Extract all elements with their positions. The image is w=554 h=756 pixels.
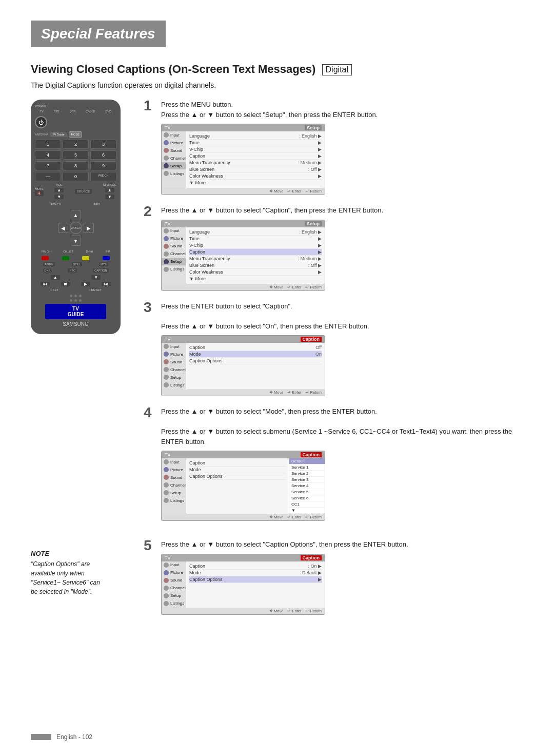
si-channel-4: Channel [162, 481, 186, 489]
set-label: ○ SET [50, 288, 58, 292]
mts-button[interactable]: MTS [99, 262, 108, 266]
dpad-right[interactable]: ▶ [84, 223, 94, 233]
footer-return-3: ↩ Return [305, 390, 322, 395]
si-picture-1: Picture [162, 139, 186, 147]
antenna-row: ANTENNA TV Guide MODE [35, 131, 116, 138]
si-listings-icon-1 [164, 171, 169, 176]
tv-guide-button[interactable]: TV Guide [50, 132, 66, 137]
step-1-screen: TV Setup Input Picture Sound Channel Set… [161, 124, 325, 195]
down-btn2[interactable]: ▼ [91, 275, 101, 280]
play-button[interactable]: ▶ [81, 282, 90, 286]
row-mode-3: Mode On [189, 351, 322, 358]
favch-button2[interactable]: FAV.CH [39, 249, 52, 254]
dpad-down[interactable]: ▼ [71, 236, 81, 246]
section-title-text: Viewing Closed Captions (On-Screen Text … [31, 63, 315, 75]
dots-row [35, 295, 116, 297]
yellow-button[interactable] [82, 256, 89, 260]
btn-5[interactable]: 5 [63, 150, 89, 160]
si-picture-icon-3 [164, 352, 169, 357]
btn-2[interactable]: 2 [63, 140, 89, 149]
power-button[interactable]: ⏻ [35, 116, 47, 128]
si-input-1: Input [162, 131, 186, 139]
source-button[interactable]: SOURCE [75, 189, 92, 194]
step-4-text: Press the ▲ or ▼ button to select "Mode"… [161, 406, 523, 447]
btn-3[interactable]: 3 [90, 140, 116, 149]
si-listings-2: Listings [162, 266, 186, 274]
row-caption-4: Caption [189, 460, 286, 467]
dpad-up[interactable]: ▲ [71, 210, 81, 220]
btn-8[interactable]: 8 [63, 161, 89, 170]
si-input-icon-4 [164, 459, 169, 464]
step-1-tv-body: Input Picture Sound Channel Setup Listin… [162, 131, 325, 188]
si-setup-4: Setup [162, 489, 186, 497]
vol-up-button[interactable]: ▲ [54, 188, 64, 192]
si-channel-icon-4 [164, 482, 169, 488]
tv-stb-row: TV STB VCR CABLE DVD [35, 110, 116, 113]
antenna-label: ANTENNA [35, 133, 48, 136]
row-captionopt-4: Caption Options [189, 473, 286, 480]
vol-down-button[interactable]: ▼ [54, 195, 64, 199]
enter-button[interactable]: ENTER [70, 222, 82, 234]
fav-button[interactable]: FAV.CH [49, 202, 63, 207]
note-title: NOTE [31, 550, 103, 557]
psize-button[interactable]: P.SIZE [43, 262, 55, 266]
dnr-button[interactable]: DNR [43, 268, 52, 273]
dots-row-2 [35, 299, 116, 302]
btn-prech[interactable]: PRE-CH [90, 172, 116, 181]
cable-label: CABLE [86, 110, 95, 113]
footer-move-5: ❖ Move [269, 609, 283, 613]
dropdown-service3: Service 3 [289, 477, 325, 483]
rec-button[interactable]: REC [68, 268, 77, 273]
btn-1[interactable]: 1 [35, 140, 61, 149]
power-row: ⏻ [35, 116, 116, 128]
si-input-icon-5 [164, 563, 169, 568]
pip-button[interactable]: PIP [104, 249, 112, 254]
info-button[interactable]: INFO [91, 202, 102, 207]
caption-button[interactable]: CAPTION [93, 268, 108, 273]
btn-9[interactable]: 9 [90, 161, 116, 170]
btn-dash[interactable]: — [35, 172, 61, 181]
btn-7[interactable]: 7 [35, 161, 61, 170]
step-5-menu-label: Caption [301, 555, 322, 560]
row-time-2: Time ▶ [189, 236, 322, 242]
ch-up-button[interactable]: ▲ [105, 188, 114, 192]
chlist-button[interactable]: CH.LIST [61, 249, 75, 254]
si-channel-3: Channel [162, 366, 186, 374]
ffwd-button[interactable]: ⏭ [102, 282, 111, 286]
step-2: 2 Press the ▲ or ▼ button to select "Cap… [144, 205, 523, 293]
si-picture-4: Picture [162, 466, 186, 474]
si-sound-1: Sound [162, 147, 186, 154]
dropdown-service6: Service 6 [289, 495, 325, 501]
dnet-button[interactable]: D-Net [84, 249, 95, 254]
mode-button[interactable]: MODE [69, 131, 83, 138]
step-3-sidebar: Input Picture Sound Channel Setup Listin… [162, 343, 186, 389]
footer-enter-5: ↵ Enter [287, 609, 301, 613]
mute-button[interactable]: 🔇 [35, 190, 44, 196]
rewind-button[interactable]: ⏮ [41, 282, 50, 286]
stb-label: STB [54, 110, 60, 113]
stop-button[interactable]: ⏹ [61, 282, 70, 286]
red-button[interactable] [42, 256, 49, 260]
si-sound-4: Sound [162, 474, 186, 481]
btn-6[interactable]: 6 [90, 150, 116, 160]
btn-4[interactable]: 4 [35, 150, 61, 160]
blue-button[interactable] [103, 256, 110, 260]
step-3-tv-body: Input Picture Sound Channel Setup Listin… [162, 343, 325, 389]
footer-return-4: ↩ Return [305, 515, 322, 519]
still-button[interactable]: STILL [72, 262, 83, 266]
si-input-2: Input [162, 227, 186, 235]
row-more-1: ▼ More [189, 180, 322, 186]
si-sound-2: Sound [162, 243, 186, 250]
dpad-left[interactable]: ◀ [58, 223, 68, 233]
samsung-logo-text: SAMSUNG [63, 321, 89, 327]
up-btn2[interactable]: ▲ [51, 275, 60, 280]
btn-0[interactable]: 0 [63, 172, 89, 181]
step-2-content: Press the ▲ or ▼ button to select "Capti… [161, 205, 523, 293]
ch-down-button[interactable]: ▼ [105, 195, 114, 199]
tv-guide-logo: TVGUIDE [45, 304, 106, 319]
green-button[interactable] [62, 256, 69, 260]
si-picture-3: Picture [162, 351, 186, 358]
footer-return-5: ↩ Return [305, 609, 322, 613]
arrow-row-2: ▲ ▼ [35, 275, 116, 280]
step-4-footer: ❖ Move ↵ Enter ↩ Return [162, 514, 325, 520]
